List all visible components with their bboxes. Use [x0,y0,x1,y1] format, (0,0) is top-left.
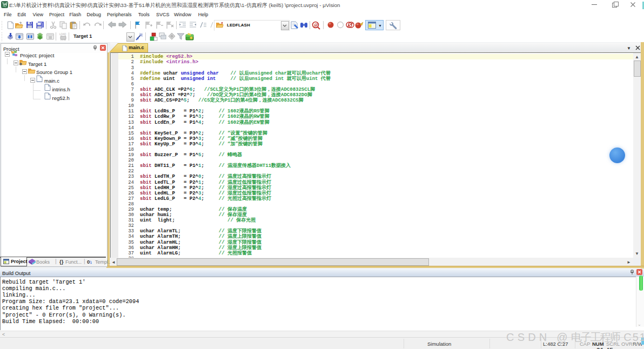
svg-text:@: @ [314,23,318,28]
svg-text:LOAD: LOAD [59,33,66,36]
